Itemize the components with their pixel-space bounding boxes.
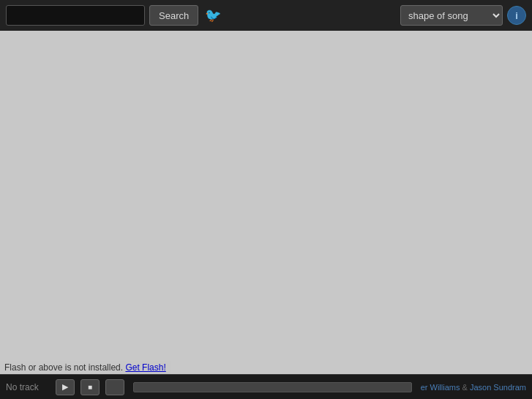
search-input[interactable] — [6, 5, 145, 26]
viz-select[interactable]: shape of song waveform spectrum bars — [400, 5, 503, 26]
no-track-label: No track — [6, 382, 50, 392]
toolbar: Search 🐦 shape of song waveform spectrum… — [0, 0, 532, 31]
info-icon: i — [515, 10, 518, 21]
credits-ampersand: & — [462, 383, 470, 392]
bird-icon: 🐦 — [205, 7, 221, 23]
credits: er Williams & Jason Sundram — [421, 383, 526, 392]
progress-bar[interactable] — [133, 382, 412, 392]
flash-notice-text: Flash or above is not installed. — [4, 362, 123, 373]
play-button[interactable]: ▶ — [56, 379, 75, 395]
flash-notice: Flash or above is not installed. Get Fla… — [0, 361, 171, 374]
statusbar: No track ▶ ■ er Williams & Jason Sundram — [0, 374, 532, 399]
flash-get-link[interactable]: Get Flash! — [125, 362, 165, 373]
credits-link-sundram[interactable]: Jason Sundram — [470, 383, 526, 392]
info-button[interactable]: i — [507, 6, 526, 25]
stop-icon: ■ — [88, 383, 92, 391]
stop-button[interactable]: ■ — [80, 379, 100, 395]
unknown-button[interactable] — [105, 379, 124, 395]
credits-link-williams[interactable]: er Williams — [421, 383, 460, 392]
main-canvas-area: Flash or above is not installed. Get Fla… — [0, 31, 532, 374]
search-button[interactable]: Search — [149, 5, 198, 26]
bird-icon-button[interactable]: 🐦 — [203, 5, 223, 26]
play-icon: ▶ — [62, 382, 68, 392]
